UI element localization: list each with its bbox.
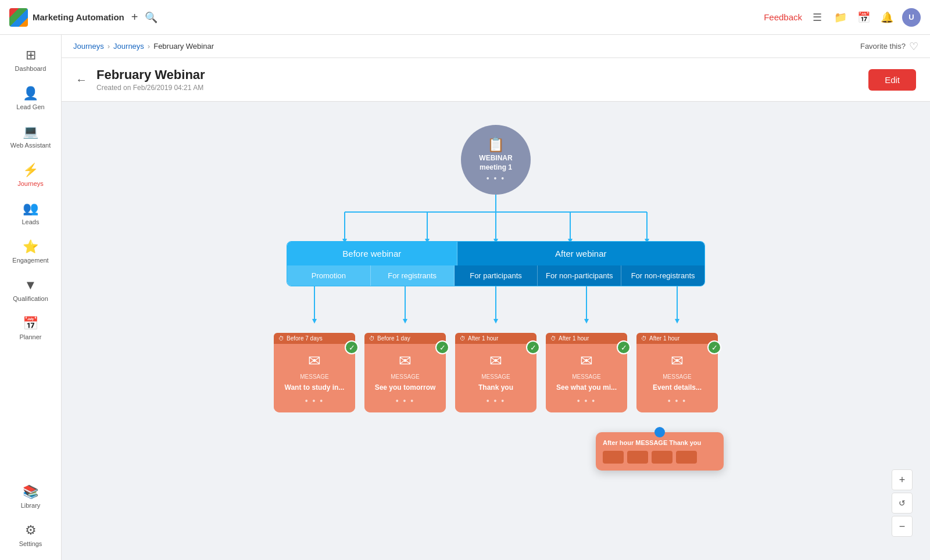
- back-button[interactable]: ←: [76, 73, 87, 87]
- card-body-1: ✉ MESSAGE Want to study in... • • • ✓: [274, 344, 355, 412]
- blue-circle: [654, 427, 665, 437]
- zoom-out-button[interactable]: −: [892, 516, 913, 537]
- timer-icon-2: ⏱: [369, 335, 375, 342]
- branches-table: Before webinar After webinar Promotion F…: [287, 241, 705, 286]
- lead-gen-icon: 👤: [23, 86, 38, 101]
- branch-sub-participants[interactable]: For participants: [455, 265, 538, 286]
- connector-svg-top: [287, 195, 705, 241]
- popup-card: After hour MESSAGE Thank you: [596, 432, 724, 471]
- breadcrumb-sep1: ›: [108, 42, 110, 51]
- msg-label-2: MESSAGE: [391, 374, 419, 380]
- mail-icon-1: ✉: [308, 352, 321, 370]
- branch-sub-non-participants[interactable]: For non-participants: [538, 265, 621, 286]
- card-dots-3: • • •: [487, 396, 505, 405]
- favorite-area: Favorite this? ♡: [860, 40, 918, 53]
- sidebar-item-leads[interactable]: 👥 Leads: [5, 195, 57, 231]
- branch-before-header[interactable]: Before webinar: [287, 242, 457, 265]
- content-area: Journeys › Journeys › February Webinar F…: [62, 35, 930, 560]
- sidebar-label-settings: Settings: [19, 540, 42, 547]
- popup-dots-row: [603, 451, 717, 464]
- list-icon[interactable]: ☰: [809, 9, 825, 26]
- breadcrumb-journeys2[interactable]: Journeys: [113, 42, 144, 51]
- branches-sub: Promotion For registrants For participan…: [287, 265, 704, 286]
- zoom-reset-button[interactable]: ↺: [892, 493, 913, 514]
- check-badge-2: ✓: [435, 340, 449, 354]
- timer-label-4: After 1 hour: [559, 335, 589, 342]
- heart-icon[interactable]: ♡: [909, 40, 918, 53]
- sidebar-item-settings[interactable]: ⚙ Settings: [5, 517, 57, 553]
- card-body-2: ✉ MESSAGE See you tomorrow • • • ✓: [364, 344, 446, 412]
- topbar: Marketing Automation + 🔍 Feedback ☰ 📁 📅 …: [0, 0, 930, 35]
- popup-dot-3: [652, 451, 673, 464]
- sidebar: ⊞ Dashboard 👤 Lead Gen 💻 Web Assistant ⚡…: [0, 35, 62, 560]
- card-timer-2: ⏱ Before 1 day: [364, 333, 446, 344]
- mail-icon-2: ✉: [399, 352, 412, 370]
- card-dots-2: • • •: [396, 396, 414, 405]
- sidebar-item-web-assistant[interactable]: 💻 Web Assistant: [5, 119, 57, 155]
- sidebar-item-qualification[interactable]: ▼ Qualification: [5, 272, 57, 308]
- avatar[interactable]: U: [902, 8, 921, 27]
- sidebar-item-journeys[interactable]: ⚡ Journeys: [5, 157, 57, 193]
- sidebar-item-library[interactable]: 📚 Library: [5, 479, 57, 515]
- logo-icon: [9, 8, 28, 27]
- folder-icon[interactable]: 📁: [832, 9, 849, 26]
- svg-marker-18: [403, 319, 407, 324]
- timer-icon-1: ⏱: [278, 335, 284, 342]
- sidebar-item-engagement[interactable]: ⭐ Engagement: [5, 234, 57, 270]
- edit-button[interactable]: Edit: [868, 69, 916, 91]
- timer-icon-5: ⏱: [641, 335, 647, 342]
- popup-dot-1: [603, 451, 624, 464]
- timer-icon-3: ⏱: [460, 335, 466, 342]
- card-timer-1: ⏱ Before 7 days: [274, 333, 355, 344]
- add-button[interactable]: +: [131, 10, 138, 24]
- sidebar-item-lead-gen[interactable]: 👤 Lead Gen: [5, 80, 57, 116]
- msg-text-1: Want to study in...: [285, 383, 345, 393]
- popup-title: After hour MESSAGE Thank you: [603, 439, 717, 446]
- sidebar-label-qualification: Qualification: [13, 295, 48, 302]
- flow-container: 📋 WEBINARmeeting 1 • • •: [96, 125, 895, 412]
- calendar-icon[interactable]: 📅: [856, 9, 872, 26]
- check-badge-1: ✓: [345, 340, 359, 354]
- leads-icon: 👥: [23, 201, 38, 216]
- msg-text-3: Thank you: [478, 383, 513, 393]
- sidebar-label-dashboard: Dashboard: [15, 65, 46, 72]
- breadcrumb-journeys1[interactable]: Journeys: [73, 42, 104, 51]
- sidebar-item-planner[interactable]: 📅 Planner: [5, 310, 57, 346]
- message-card-1[interactable]: ⏱ Before 7 days ✉ MESSAGE Want to study …: [274, 333, 355, 412]
- settings-icon: ⚙: [25, 523, 37, 538]
- timer-label-2: Before 1 day: [377, 335, 410, 342]
- branch-sub-non-registrants[interactable]: For non-registrants: [621, 265, 704, 286]
- branch-sub-registrants[interactable]: For registrants: [371, 265, 455, 286]
- breadcrumb-sep2: ›: [148, 42, 150, 51]
- message-card-2[interactable]: ⏱ Before 1 day ✉ MESSAGE See you tomorro…: [364, 333, 446, 412]
- search-button[interactable]: 🔍: [145, 11, 158, 24]
- zoom-in-button[interactable]: +: [892, 469, 913, 490]
- card-dots-5: • • •: [668, 396, 686, 405]
- message-card-5[interactable]: ⏱ After 1 hour ✉ MESSAGE Event details..…: [636, 333, 718, 412]
- card-timer-5: ⏱ After 1 hour: [636, 333, 718, 344]
- app-title: Marketing Automation: [33, 12, 124, 22]
- page-title-group: February Webinar Created on Feb/26/2019 …: [96, 67, 859, 92]
- timer-label-5: After 1 hour: [649, 335, 679, 342]
- breadcrumb-current: February Webinar: [153, 42, 214, 51]
- message-card-4[interactable]: ⏱ After 1 hour ✉ MESSAGE See what you mi…: [546, 333, 627, 412]
- card-dots-4: • • •: [577, 396, 596, 405]
- branch-after-header[interactable]: After webinar: [457, 242, 704, 265]
- favorite-label: Favorite this?: [860, 42, 906, 51]
- sidebar-label-planner: Planner: [20, 333, 42, 340]
- cards-row: ⏱ Before 7 days ✉ MESSAGE Want to study …: [269, 333, 722, 412]
- sidebar-label-leads: Leads: [22, 218, 40, 225]
- page-header: ← February Webinar Created on Feb/26/201…: [62, 58, 930, 102]
- bell-icon[interactable]: 🔔: [879, 9, 895, 26]
- planner-icon: 📅: [23, 316, 38, 331]
- svg-marker-21: [675, 319, 679, 324]
- message-card-3[interactable]: ⏱ After 1 hour ✉ MESSAGE Thank you • • •…: [455, 333, 536, 412]
- sidebar-item-dashboard[interactable]: ⊞ Dashboard: [5, 42, 57, 78]
- msg-text-2: See you tomorrow: [375, 383, 436, 393]
- feedback-button[interactable]: Feedback: [764, 12, 802, 22]
- webinar-node[interactable]: 📋 WEBINARmeeting 1 • • •: [461, 125, 531, 195]
- card-dots-1: • • •: [305, 396, 324, 405]
- page-subtitle: Created on Feb/26/2019 04:21 AM: [96, 84, 859, 92]
- timer-label-3: After 1 hour: [468, 335, 498, 342]
- branch-sub-promotion[interactable]: Promotion: [287, 265, 371, 286]
